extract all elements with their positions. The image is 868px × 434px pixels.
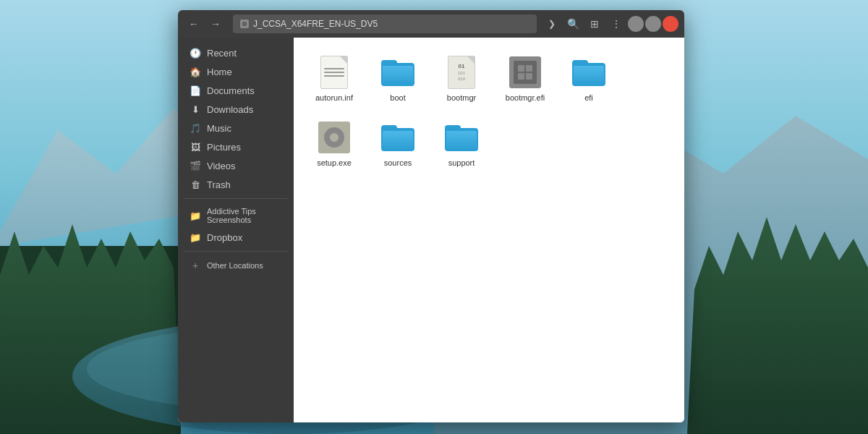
file-fold [467, 56, 475, 64]
sidebar-label-downloads: Downloads [207, 104, 253, 115]
text-file-shape [320, 56, 348, 89]
home-icon: 🏠 [190, 66, 201, 77]
file-item-boot[interactable]: boot [369, 49, 427, 109]
disc-icon [239, 18, 250, 30]
back-button[interactable]: ← [184, 14, 204, 34]
videos-icon: 🎬 [190, 160, 201, 171]
sidebar-item-home[interactable]: 🏠 Home [181, 62, 291, 81]
search-button[interactable]: 🔍 [563, 14, 583, 34]
bootmgr-file-shape: 01 101 010 [448, 56, 475, 89]
sidebar-item-recent[interactable]: 🕐 Recent [181, 43, 291, 62]
sidebar-label-videos: Videos [207, 161, 236, 171]
file-content-text: 01 [459, 64, 465, 69]
setup-gear-center [330, 133, 339, 142]
svg-point-10 [244, 23, 245, 25]
efi-cell-1 [518, 65, 524, 72]
sidebar-item-music[interactable]: 🎵 Music [181, 119, 291, 137]
sidebar-item-addictive-tips[interactable]: 📁 Addictive Tips Screenshots [181, 203, 291, 228]
efi-grid [518, 65, 532, 80]
titlebar-actions: 🔍 ⊞ ⋮ − □ × [563, 14, 678, 34]
file-item-efi[interactable]: efi [560, 49, 618, 109]
file-item-support[interactable]: support [433, 114, 490, 174]
titlebar: ← → J_CCSA_X64FRE_EN-US_DV5 ❯ 🔍 ⊞ ⋮ − □ … [178, 10, 684, 38]
file-area: autorun.inf boot 01 101 01 [294, 38, 684, 422]
sidebar-label-home: Home [207, 67, 232, 77]
file-item-setup[interactable]: setup.exe [305, 114, 363, 174]
location-bar[interactable]: J_CCSA_X64FRE_EN-US_DV5 [233, 14, 537, 33]
bootmgr-efi-icon [508, 55, 542, 90]
folder-blue-shape-2 [572, 59, 605, 86]
minimize-button[interactable]: − [628, 16, 644, 32]
sidebar-label-other-locations: Other Locations [207, 261, 263, 270]
sidebar-divider-2 [184, 251, 288, 252]
sidebar-divider-1 [184, 198, 288, 199]
other-locations-icon: + [190, 260, 201, 271]
sidebar-label-music: Music [207, 123, 231, 134]
sidebar-label-documents: Documents [207, 85, 255, 96]
folder-blue-inner-3 [383, 131, 413, 150]
recent-icon: 🕐 [190, 47, 201, 59]
addictive-tips-icon: 📁 [190, 210, 201, 221]
setup-gear-shape [324, 127, 344, 148]
folder-blue-inner-2 [574, 66, 604, 85]
sidebar-item-other-locations[interactable]: + Other Locations [181, 256, 291, 275]
folder-blue-inner [383, 66, 413, 85]
efi-cell-4 [526, 73, 532, 80]
sidebar-item-dropbox[interactable]: 📁 Dropbox [181, 228, 291, 247]
sidebar-label-addictive-tips: Addictive Tips Screenshots [207, 207, 282, 224]
sidebar-item-documents[interactable]: 📄 Documents [181, 81, 291, 100]
sidebar-item-trash[interactable]: 🗑 Trash [181, 175, 291, 194]
dropbox-icon: 📁 [190, 231, 201, 243]
fm-body: 🕐 Recent 🏠 Home 📄 Documents ⬇ Downloads … [178, 38, 684, 422]
setup-label: setup.exe [317, 158, 352, 168]
forward-button[interactable]: → [205, 14, 226, 34]
efi-cell-2 [526, 65, 532, 72]
sidebar-label-pictures: Pictures [207, 142, 241, 153]
text-line-2 [324, 72, 344, 73]
documents-icon: 📄 [190, 85, 201, 96]
support-folder-icon [444, 120, 479, 155]
file-manager-window: ← → J_CCSA_X64FRE_EN-US_DV5 ❯ 🔍 ⊞ ⋮ − □ … [178, 10, 684, 422]
boot-label: boot [390, 93, 405, 103]
sidebar-label-recent: Recent [207, 48, 237, 59]
text-line-3 [324, 75, 344, 77]
sidebar-item-videos[interactable]: 🎬 Videos [181, 156, 291, 175]
nav-buttons: ← → [184, 14, 226, 34]
close-button[interactable]: × [663, 16, 678, 32]
folder-blue-shape-4 [445, 124, 478, 151]
setup-icon [317, 120, 352, 155]
bootmgr-efi-label: bootmgr.efi [506, 93, 545, 103]
support-label: support [448, 158, 475, 168]
maximize-button[interactable]: □ [645, 16, 661, 32]
folder-blue-shape [381, 59, 414, 86]
file-item-bootmgr-efi[interactable]: bootmgr.efi [496, 49, 554, 109]
sidebar: 🕐 Recent 🏠 Home 📄 Documents ⬇ Downloads … [178, 38, 294, 422]
file-item-autorun[interactable]: autorun.inf [305, 49, 363, 109]
sidebar-label-trash: Trash [207, 179, 231, 190]
location-path: J_CCSA_X64FRE_EN-US_DV5 [253, 19, 531, 29]
music-icon: 🎵 [190, 122, 201, 134]
text-line-1 [324, 68, 344, 69]
autorun-label: autorun.inf [315, 93, 353, 103]
autorun-icon [317, 55, 352, 90]
boot-icon [380, 55, 415, 90]
menu-button[interactable]: ⋮ [606, 14, 626, 34]
efi-icon-shape [509, 56, 541, 88]
sidebar-item-pictures[interactable]: 🖼 Pictures [181, 137, 291, 156]
efi-inner-shape [514, 61, 537, 84]
file-content-text2: 101 [458, 71, 465, 75]
pictures-icon: 🖼 [190, 141, 201, 153]
folder-blue-inner-4 [446, 131, 477, 150]
downloads-icon: ⬇ [190, 103, 201, 115]
sources-folder-icon [380, 120, 415, 155]
view-button[interactable]: ⊞ [584, 14, 605, 34]
sidebar-item-downloads[interactable]: ⬇ Downloads [181, 100, 291, 119]
location-expand-button[interactable]: ❯ [544, 16, 560, 32]
file-item-sources[interactable]: sources [369, 114, 427, 174]
bootmgr-label: bootmgr [447, 93, 476, 103]
trash-icon: 🗑 [190, 179, 201, 190]
efi-folder-icon [571, 55, 606, 90]
setup-icon-shape [318, 122, 350, 153]
folder-blue-shape-3 [381, 124, 414, 151]
file-item-bootmgr[interactable]: 01 101 010 bootmgr [433, 49, 490, 109]
